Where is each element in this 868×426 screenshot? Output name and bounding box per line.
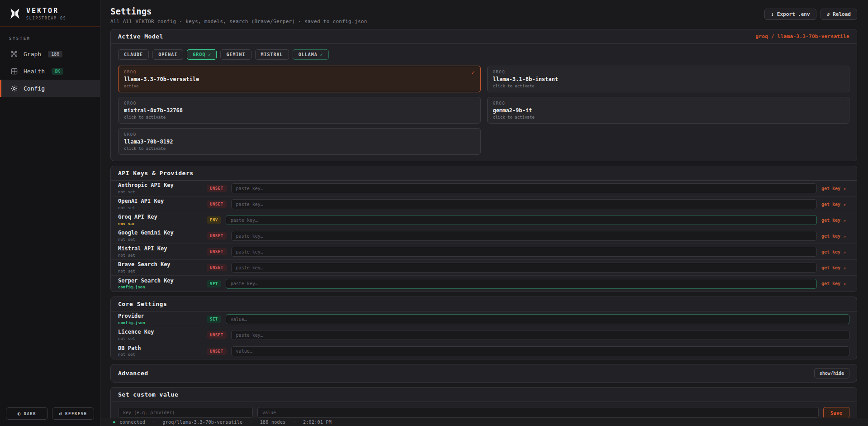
external-link-icon: ↗ [843,187,845,191]
custom-value-card: Set custom value Save [110,387,857,418]
tab-openai[interactable]: OPENAI [152,49,183,60]
model-card[interactable]: GROQ mixtral-8x7b-32768 click to activat… [118,97,481,124]
config-sun-icon [10,85,18,92]
refresh-button[interactable]: ↺ REFRESH [52,407,94,420]
gemini-key-input[interactable] [231,231,817,241]
sidebar-item-label: Config [24,85,45,92]
main-area: Settings All All VEKTOR config · keys, m… [100,0,868,426]
setting-row-dbpath: DB Path not set UNSET [111,343,857,359]
advanced-card: Advanced show/hide [110,364,857,383]
status-badge: UNSET [207,248,227,255]
key-row-mistral: Mistral API Key not set UNSET get key ↗ [111,244,857,260]
dark-mode-icon: ◐ [18,411,21,416]
check-icon: ✓ [471,69,474,76]
provider-tabs: CLAUDE OPENAI GROQ✓ GEMINI MISTRAL OLLAM… [118,49,849,60]
status-badge: SET [207,280,221,287]
get-key-link[interactable]: get key ↗ [821,202,849,207]
status-bar: ● connected · groq/llama-3.3-70b-versati… [100,418,868,426]
show-hide-button[interactable]: show/hide [814,368,849,378]
download-icon: ↓ [771,11,774,17]
model-card[interactable]: GROQ gemma2-9b-it click to activate [487,97,850,124]
key-row-gemini: Google Gemini Key not set UNSET get key … [111,228,857,244]
status-badge: UNSET [207,348,227,355]
core-settings-card: Core Settings Provider config.json SET L… [110,297,857,359]
model-card[interactable]: GROQ llama3-70b-8192 click to activate [118,128,481,155]
setting-row-licence: Licence Key not set UNSET [111,327,857,343]
core-settings-title: Core Settings [118,301,167,307]
health-ok-badge: OK [52,68,63,75]
logo-subtitle: SLIPSTREAM OS [26,16,66,20]
status-badge: UNSET [207,201,227,208]
check-icon: ✓ [208,52,211,57]
key-row-brave: Brave Search Key not set UNSET get key ↗ [111,260,857,276]
sidebar-item-config[interactable]: Config [0,80,100,97]
dark-mode-button[interactable]: ◐ DARK [6,407,48,420]
logo: VEKTOR SLIPSTREAM OS [0,0,100,27]
graph-count-badge: 186 [48,51,62,57]
tab-groq[interactable]: GROQ✓ [187,49,217,60]
refresh-icon: ↺ [59,411,62,416]
model-card-active[interactable]: GROQ llama-3.3-70b-versatile active ✓ [118,66,481,92]
serper-key-input[interactable] [226,279,817,289]
active-model-title: Active Model [118,33,163,40]
graph-icon [10,50,18,57]
get-key-link[interactable]: get key ↗ [821,186,849,191]
get-key-link[interactable]: get key ↗ [821,265,849,270]
tab-gemini[interactable]: GEMINI [220,49,251,60]
tab-claude[interactable]: CLAUDE [118,49,149,60]
reload-button[interactable]: ↺ Reload [821,9,857,20]
page-subtitle: All All VEKTOR config · keys, models, se… [110,19,367,24]
get-key-link[interactable]: get key ↗ [821,249,849,254]
api-keys-title: API Keys & Providers [118,170,194,177]
licence-key-input[interactable] [231,330,849,340]
get-key-link[interactable]: get key ↗ [821,234,849,239]
sidebar-footer: ◐ DARK ↺ REFRESH [0,402,100,426]
get-key-link[interactable]: get key ↗ [821,218,849,223]
sidebar: VEKTOR SLIPSTREAM OS SYSTEM Graph 186 [0,0,100,426]
external-link-icon: ↗ [843,218,845,223]
key-row-openai: OpenAI API Key not set UNSET get key ↗ [111,196,857,212]
get-key-link[interactable]: get key ↗ [821,281,849,286]
vektor-logo-icon [9,8,21,19]
health-grid-icon [10,67,18,75]
custom-value-input[interactable] [257,407,819,418]
app-root: VEKTOR SLIPSTREAM OS SYSTEM Graph 186 [0,0,868,426]
groq-key-input[interactable] [226,215,817,225]
status-badge: UNSET [207,185,227,192]
tab-ollama[interactable]: OLLAMA✓ [293,49,329,60]
provider-input[interactable] [226,314,849,324]
status-nodes: 186 nodes [260,420,286,425]
model-card[interactable]: GROQ llama-3.1-8b-instant click to activ… [487,66,850,92]
status-time: 2:02:01 PM [303,420,332,425]
db-path-input[interactable] [231,346,849,356]
status-badge: UNSET [207,232,227,239]
page-header: Settings All All VEKTOR config · keys, m… [100,0,868,28]
model-grid: GROQ llama-3.3-70b-versatile active ✓ GR… [118,66,849,155]
setting-row-provider: Provider config.json SET [111,311,857,327]
status-badge: SET [207,316,221,323]
tab-mistral[interactable]: MISTRAL [255,49,289,60]
openai-key-input[interactable] [231,199,817,209]
export-env-button[interactable]: ↓ Export .env [764,9,816,20]
logo-title: VEKTOR [26,7,66,15]
api-keys-card: API Keys & Providers Anthropic API Key n… [110,166,857,292]
key-row-serper: Serper Search Key config.json SET get ke… [111,276,857,292]
reload-icon: ↺ [827,11,830,17]
status-badge: ENV [207,216,221,224]
mistral-key-input[interactable] [231,247,817,257]
save-button[interactable]: Save [823,407,849,418]
brave-key-input[interactable] [231,263,817,273]
external-link-icon: ↗ [843,234,845,239]
status-badge: UNSET [207,331,227,339]
connection-status: connected [119,420,145,425]
status-badge: UNSET [207,264,227,271]
sidebar-item-label: Health [24,68,45,75]
check-icon: ✓ [320,52,323,57]
custom-key-input[interactable] [118,407,253,418]
active-model-current: groq / llama-3.3-70b-versatile [755,34,849,39]
key-row-anthropic: Anthropic API Key not set UNSET get key … [111,181,857,196]
sidebar-item-health[interactable]: Health OK [0,62,100,80]
external-link-icon: ↗ [843,202,845,207]
sidebar-item-graph[interactable]: Graph 186 [0,45,100,62]
anthropic-key-input[interactable] [231,183,817,193]
